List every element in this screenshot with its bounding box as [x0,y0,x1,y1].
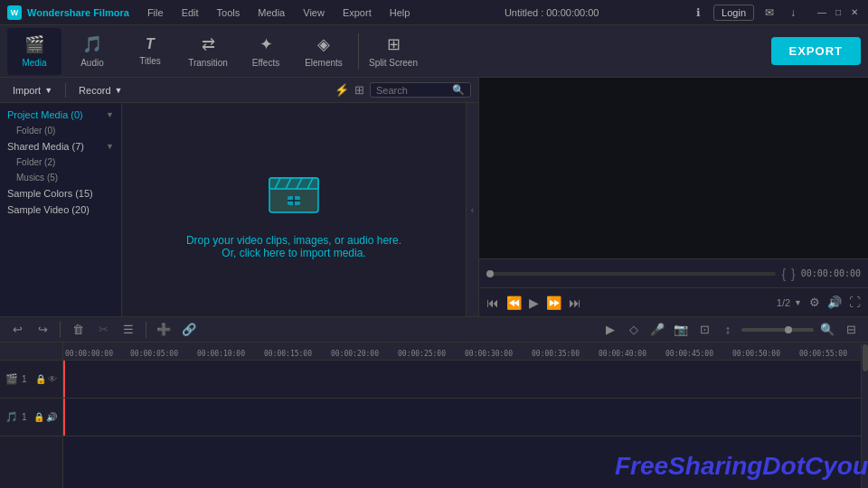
preview-settings-icon[interactable]: ⚙ [809,296,820,309]
search-box[interactable]: 🔍 [370,82,471,98]
delete-button[interactable]: 🗑 [68,320,88,340]
sidebar-item-project-media-label: Project Media (0) [7,109,83,120]
filter-icon[interactable]: ⚡ [335,83,349,97]
menu-export[interactable]: Export [339,5,375,20]
tab-media[interactable]: 🎬 Media [7,28,61,75]
mic-icon[interactable]: 🎤 [647,320,667,340]
timeline-ruler: 00:00:00:00 00:00:05:00 00:00:10:00 00:0… [63,343,861,361]
preview-bracket-left: { [781,267,786,281]
undo-button[interactable]: ↩ [7,320,27,340]
tab-elements[interactable]: ◈ Elements [297,28,351,75]
sidebar-item-sample-video[interactable]: Sample Video (20) [0,202,121,218]
collapse-panel-button[interactable]: ‹ [466,103,478,316]
audio-track-icon: 🎵 [5,411,18,423]
lock-icon[interactable]: 🔒 [35,374,46,384]
marker-icon[interactable]: ◇ [624,320,644,340]
play-timeline-icon[interactable]: ▶ [600,320,620,340]
info-icon[interactable]: ℹ [690,5,706,21]
eye-icon[interactable]: 👁 [48,374,57,384]
sidebar-item-sample-video-label: Sample Video (20) [7,204,90,215]
timeline-tracks: 00:00:00:00 00:00:05:00 00:00:10:00 00:0… [63,343,861,488]
message-icon[interactable]: ✉ [761,5,778,21]
timeline-icon-5[interactable]: ⊡ [694,320,714,340]
link-button[interactable]: 🔗 [179,320,199,340]
zoom-thumb [785,326,792,333]
timeline-track-labels: 🎬 1 🔒 👁 🎵 1 🔒 🔊 [0,343,63,488]
play-icon[interactable]: ▶ [529,296,539,310]
zoom-slider[interactable] [741,328,814,332]
sidebar-item-folder-0[interactable]: Folder (0) [0,123,121,138]
sidebar-item-project-media[interactable]: Project Media (0) ▼ [0,107,121,123]
menu-edit[interactable]: Edit [178,5,203,20]
tab-media-label: Media [22,58,46,68]
timeline-toolbar: ↩ ↪ 🗑 ✂ ☰ ➕ 🔗 ▶ ◇ 🎤 📷 ⊡ ↕ 🔍 ⊟ [0,317,868,343]
maximize-button[interactable]: □ [832,6,844,19]
tab-transition[interactable]: ⇄ Transition [181,28,235,75]
track-label-video-1: 🎬 1 🔒 👁 [0,361,62,399]
sidebar-item-folder-2[interactable]: Folder (2) [0,155,121,170]
preview-progress-bar[interactable] [486,272,776,276]
splitscreen-icon: ⊞ [387,34,401,54]
minimize-button[interactable]: — [816,6,828,19]
sidebar-item-musics[interactable]: Musics (5) [0,170,121,185]
timeline-content: 🎬 1 🔒 👁 🎵 1 🔒 🔊 00:00:00:00 [0,343,868,488]
timeline-scrollbar[interactable] [861,343,868,488]
preview-volume-icon[interactable]: 🔊 [827,296,842,309]
audio-lock-icon[interactable]: 🔒 [33,412,44,422]
timeline-icon-8[interactable]: ⊟ [841,320,861,340]
redo-button[interactable]: ↪ [33,320,52,340]
menu-view[interactable]: View [299,5,328,20]
menu-tools[interactable]: Tools [213,5,244,20]
sidebar-item-shared-media[interactable]: Shared Media (7) ▼ [0,138,121,155]
preview-ratio-selector[interactable]: 1/2 ▼ [777,297,802,308]
ruler-mark-4: 00:00:20:00 [331,350,379,358]
record-button[interactable]: Record ▼ [73,83,127,98]
step-back-icon[interactable]: ⏪ [506,296,522,310]
grid-icon[interactable]: ⊞ [354,83,364,97]
window-controls: — □ ✕ [816,6,861,19]
snapshot-icon[interactable]: 📷 [671,320,691,340]
drop-text-sub: Or, click here to import media. [222,247,365,259]
download-icon[interactable]: ↓ [785,5,801,21]
audio-icon: 🎵 [82,34,102,54]
menu-help[interactable]: Help [386,5,414,20]
preview-progress-thumb[interactable] [486,270,494,277]
sidebar-item-sample-colors[interactable]: Sample Colors (15) [0,185,121,202]
audio-mute-icon[interactable]: 🔊 [46,412,57,422]
skip-back-icon[interactable]: ⏮ [486,296,499,310]
zoom-out-icon[interactable]: 🔍 [817,320,837,340]
titles-icon: T [146,36,155,52]
main-toolbar: 🎬 Media 🎵 Audio T Titles ⇄ Transition ✦ … [0,25,868,78]
close-button[interactable]: ✕ [848,6,861,19]
list-button[interactable]: ☰ [118,320,138,340]
tab-effects-label: Effects [252,58,279,68]
scrollbar-thumb[interactable] [863,344,868,371]
video-track-number: 1 [22,374,27,384]
tab-audio[interactable]: 🎵 Audio [65,28,119,75]
ruler-mark-9: 00:00:45:00 [665,350,713,358]
skip-forward-icon[interactable]: ⏭ [569,296,581,310]
sidebar-item-folder-0-label: Folder (0) [16,126,55,136]
tab-effects[interactable]: ✦ Effects [239,28,293,75]
menu-media[interactable]: Media [254,5,288,20]
preview-fullscreen-icon[interactable]: ⛶ [849,296,861,309]
import-button[interactable]: Import ▼ [7,83,58,98]
login-button[interactable]: Login [713,5,754,21]
ruler-mark-1: 00:00:05:00 [130,350,178,358]
menu-file[interactable]: File [144,5,167,20]
add-media-button[interactable]: ➕ [154,320,174,340]
cut-button[interactable]: ✂ [93,320,113,340]
title-bar-right: ℹ Login ✉ ↓ — □ ✕ [690,5,861,21]
tab-titles[interactable]: T Titles [123,28,177,75]
step-forward-icon[interactable]: ⏩ [546,296,561,310]
elements-icon: ◈ [317,34,330,54]
preview-bracket-right: } [791,267,796,281]
timeline-icon-6[interactable]: ↕ [718,320,738,340]
tab-splitscreen[interactable]: ⊞ Split Screen [366,28,420,75]
export-button[interactable]: EXPORT [771,37,861,65]
panel-toolbar-icons: ⚡ ⊞ 🔍 [335,82,471,98]
clapboard-icon [262,160,326,223]
search-input[interactable] [376,85,448,96]
collapse-arrow-icon: ‹ [471,205,474,215]
media-drop-area[interactable]: Drop your video clips, images, or audio … [122,103,466,316]
